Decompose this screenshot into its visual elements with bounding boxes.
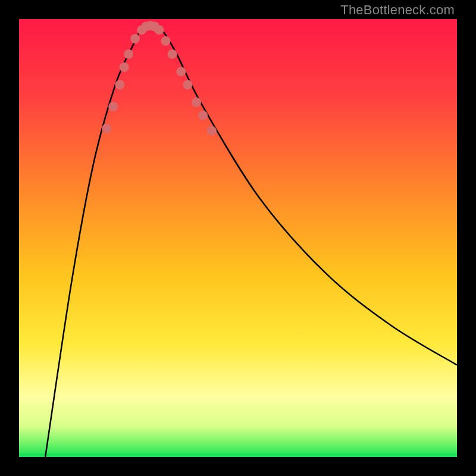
data-marker [124, 49, 133, 59]
data-marker [161, 36, 171, 46]
gradient-background [19, 19, 457, 457]
data-marker [120, 62, 129, 72]
data-marker [176, 67, 186, 76]
data-marker [130, 34, 140, 43]
data-marker [192, 98, 201, 107]
data-marker [198, 111, 208, 120]
data-marker [102, 124, 111, 133]
chart-svg [19, 19, 457, 457]
data-marker [168, 49, 177, 59]
plot-area [19, 19, 457, 457]
data-marker [155, 25, 164, 35]
data-marker [108, 102, 118, 111]
data-marker [183, 80, 192, 89]
data-marker [115, 80, 124, 89]
data-marker [207, 126, 217, 136]
green-band [19, 453, 457, 457]
watermark-text: TheBottleneck.com [340, 2, 455, 18]
chart-frame: TheBottleneck.com [0, 0, 476, 476]
